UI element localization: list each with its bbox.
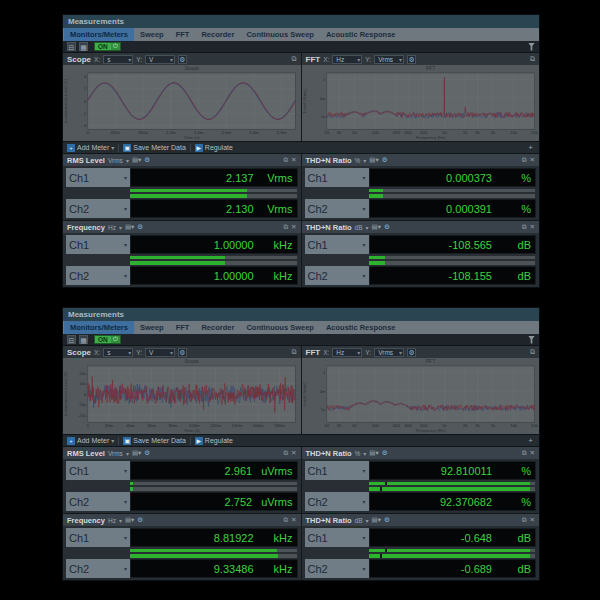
generator-on-toggle[interactable]: ON ⏻ xyxy=(94,335,121,344)
meter-format-icon[interactable]: ▤▾ xyxy=(125,516,134,524)
settings-gear-icon[interactable]: ⚙ xyxy=(178,348,187,357)
scope-y-unit-select[interactable]: V xyxy=(145,55,175,64)
settings-gear-icon[interactable]: ⚙ xyxy=(178,55,187,64)
add-meter-button[interactable]: + Add Meter ▾ xyxy=(67,437,114,445)
meter-format-icon[interactable]: ▤▾ xyxy=(369,156,378,164)
meter-unit-select[interactable]: Hz xyxy=(108,517,116,524)
meter-format-icon[interactable]: ▤▾ xyxy=(372,516,381,524)
save-meter-data-button[interactable]: ▣ Save Meter Data xyxy=(123,144,186,152)
close-icon[interactable]: ✕ xyxy=(530,156,535,164)
tab-acoustic-response[interactable]: Acoustic Response xyxy=(320,28,402,41)
meter-settings-icon[interactable]: ⚙ xyxy=(144,449,150,457)
popout-icon[interactable]: ⧉ xyxy=(522,516,527,524)
close-icon[interactable]: ✕ xyxy=(291,449,296,457)
tab-sweep[interactable]: Sweep xyxy=(134,321,170,334)
meter-format-icon[interactable]: ▤▾ xyxy=(132,449,141,457)
tab-monitors-meters[interactable]: Monitors/Meters xyxy=(64,321,134,334)
filter-icon[interactable] xyxy=(528,336,535,344)
settings-gear-icon[interactable]: ⚙ xyxy=(407,55,416,64)
meter-format-icon[interactable]: ▤▾ xyxy=(372,223,381,231)
add-icon[interactable]: + xyxy=(526,436,535,445)
close-icon[interactable]: ✕ xyxy=(530,516,535,524)
channel-selector-ch1[interactable]: Ch1▾ xyxy=(66,528,130,547)
meter-unit-select[interactable]: % xyxy=(355,157,361,164)
channel-selector-ch2[interactable]: Ch2▾ xyxy=(66,492,130,511)
popout-icon[interactable]: ⧉ xyxy=(292,348,297,356)
settings-gear-icon[interactable]: ⚙ xyxy=(407,348,416,357)
popout-icon[interactable]: ⧉ xyxy=(283,449,288,457)
fft-y-unit-select[interactable]: Vrms xyxy=(374,55,404,64)
popout-icon[interactable]: ⧉ xyxy=(283,516,288,524)
channel-selector-ch2[interactable]: Ch2▾ xyxy=(66,559,130,578)
channel-selector-ch2[interactable]: Ch2▾ xyxy=(305,559,369,578)
meter-settings-icon[interactable]: ⚙ xyxy=(384,516,390,524)
popout-icon[interactable]: ⧉ xyxy=(522,156,527,164)
popout-icon[interactable]: ⧉ xyxy=(522,449,527,457)
generator-icon[interactable]: ⊟ xyxy=(67,42,76,51)
analyzer-icon[interactable]: ▦ xyxy=(79,42,88,51)
channel-selector-ch1[interactable]: Ch1▾ xyxy=(66,235,130,254)
meter-format-icon[interactable]: ▤▾ xyxy=(125,223,134,231)
channel-selector-ch2[interactable]: Ch2▾ xyxy=(305,266,369,285)
analyzer-icon[interactable]: ▦ xyxy=(79,335,88,344)
tab-recorder[interactable]: Recorder xyxy=(195,321,240,334)
save-meter-data-button[interactable]: ▣ Save Meter Data xyxy=(123,437,186,445)
channel-selector-ch1[interactable]: Ch1▾ xyxy=(305,528,369,547)
popout-icon[interactable]: ⧉ xyxy=(292,55,297,63)
scope-x-unit-select[interactable]: s xyxy=(103,348,133,357)
meter-unit-select[interactable]: Vrms xyxy=(108,157,123,164)
channel-selector-ch1[interactable]: Ch1▾ xyxy=(305,461,369,480)
close-icon[interactable]: ✕ xyxy=(530,223,535,231)
tab-continuous-sweep[interactable]: Continuous Sweep xyxy=(240,321,320,334)
meter-settings-icon[interactable]: ⚙ xyxy=(137,516,143,524)
channel-selector-ch1[interactable]: Ch1▾ xyxy=(305,168,369,187)
channel-selector-ch1[interactable]: Ch1▾ xyxy=(66,168,130,187)
popout-icon[interactable]: ⧉ xyxy=(522,223,527,231)
tab-acoustic-response[interactable]: Acoustic Response xyxy=(320,321,402,334)
channel-selector-ch2[interactable]: Ch2▾ xyxy=(305,199,369,218)
meter-unit-select[interactable]: Vrms xyxy=(108,450,123,457)
regulate-button[interactable]: ▶ Regulate xyxy=(195,144,233,152)
meter-format-icon[interactable]: ▤▾ xyxy=(369,449,378,457)
add-icon[interactable]: + xyxy=(526,143,535,152)
tab-fft[interactable]: FFT xyxy=(170,28,196,41)
meter-settings-icon[interactable]: ⚙ xyxy=(382,449,388,457)
fft-y-unit-select[interactable]: Vrms xyxy=(374,348,404,357)
tab-monitors-meters[interactable]: Monitors/Meters xyxy=(64,28,134,41)
close-icon[interactable]: ✕ xyxy=(291,223,296,231)
window-titlebar[interactable]: Measurements xyxy=(63,15,539,28)
meter-unit-select[interactable]: dB xyxy=(355,517,363,524)
scope-x-unit-select[interactable]: s xyxy=(103,55,133,64)
window-titlebar[interactable]: Measurements xyxy=(63,308,539,321)
meter-unit-select[interactable]: % xyxy=(355,450,361,457)
tab-recorder[interactable]: Recorder xyxy=(195,28,240,41)
popout-icon[interactable]: ⧉ xyxy=(530,55,535,63)
channel-selector-ch2[interactable]: Ch2▾ xyxy=(305,492,369,511)
fft-x-unit-select[interactable]: Hz xyxy=(332,348,362,357)
meter-unit-select[interactable]: dB xyxy=(355,224,363,231)
generator-icon[interactable]: ⊟ xyxy=(67,335,76,344)
tab-sweep[interactable]: Sweep xyxy=(134,28,170,41)
channel-selector-ch2[interactable]: Ch2▾ xyxy=(66,199,130,218)
close-icon[interactable]: ✕ xyxy=(291,156,296,164)
channel-selector-ch1[interactable]: Ch1▾ xyxy=(305,235,369,254)
tab-fft[interactable]: FFT xyxy=(170,321,196,334)
meter-unit-select[interactable]: Hz xyxy=(108,224,116,231)
meter-settings-icon[interactable]: ⚙ xyxy=(384,223,390,231)
close-icon[interactable]: ✕ xyxy=(291,516,296,524)
regulate-button[interactable]: ▶ Regulate xyxy=(195,437,233,445)
tab-continuous-sweep[interactable]: Continuous Sweep xyxy=(240,28,320,41)
popout-icon[interactable]: ⧉ xyxy=(530,348,535,356)
channel-selector-ch2[interactable]: Ch2▾ xyxy=(66,266,130,285)
popout-icon[interactable]: ⧉ xyxy=(283,156,288,164)
close-icon[interactable]: ✕ xyxy=(530,449,535,457)
meter-settings-icon[interactable]: ⚙ xyxy=(382,156,388,164)
meter-settings-icon[interactable]: ⚙ xyxy=(144,156,150,164)
filter-icon[interactable] xyxy=(528,43,535,51)
popout-icon[interactable]: ⧉ xyxy=(283,223,288,231)
scope-y-unit-select[interactable]: V xyxy=(145,348,175,357)
generator-on-toggle[interactable]: ON ⏻ xyxy=(94,42,121,51)
add-meter-button[interactable]: + Add Meter ▾ xyxy=(67,144,114,152)
meter-format-icon[interactable]: ▤▾ xyxy=(132,156,141,164)
channel-selector-ch1[interactable]: Ch1▾ xyxy=(66,461,130,480)
